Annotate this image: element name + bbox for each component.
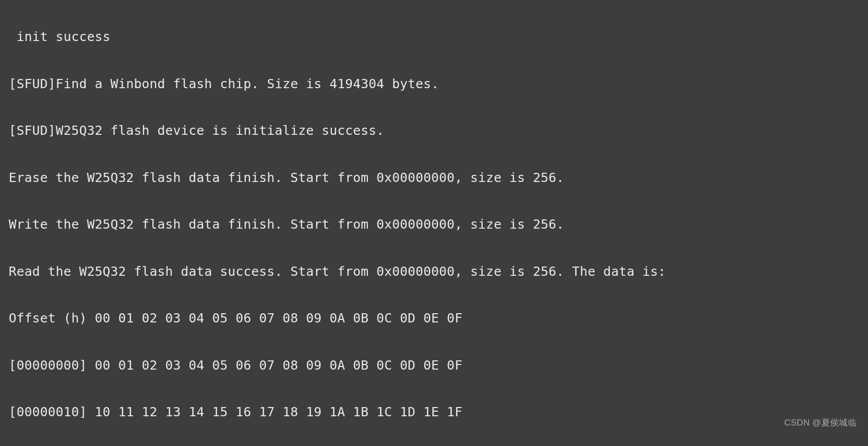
watermark-text: CSDN @夏侯城临 xyxy=(784,415,857,431)
terminal-line: Erase the W25Q32 flash data finish. Star… xyxy=(9,170,771,186)
terminal-line: [SFUD]W25Q32 flash device is initialize … xyxy=(9,123,771,139)
terminal-line: Write the W25Q32 flash data finish. Star… xyxy=(9,217,771,233)
terminal-line: [00000000] 00 01 02 03 04 05 06 07 08 09… xyxy=(9,358,771,374)
terminal-line: Offset (h) 00 01 02 03 04 05 06 07 08 09… xyxy=(9,311,771,327)
terminal-output[interactable]: init success [SFUD]Find a Winbond flash … xyxy=(3,16,777,396)
terminal-line: [SFUD]Find a Winbond flash chip. Size is… xyxy=(9,76,771,92)
terminal-line: Read the W25Q32 flash data success. Star… xyxy=(9,264,771,280)
terminal-line: [00000010] 10 11 12 13 14 15 16 17 18 19… xyxy=(9,404,771,420)
terminal-line: init success xyxy=(9,29,771,45)
